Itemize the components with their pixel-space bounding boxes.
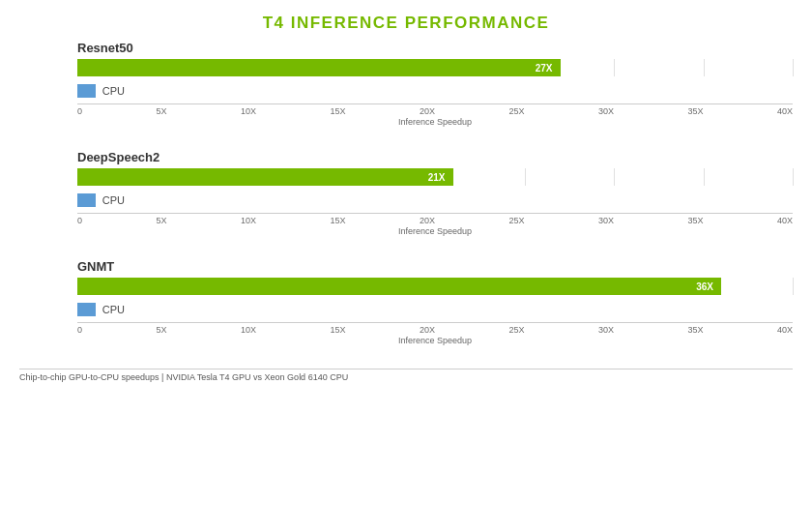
- axis-label: Inference Speedup: [77, 226, 793, 236]
- t4-value-label: 21X: [428, 172, 450, 183]
- cpu-bar-row: CPU: [77, 190, 793, 211]
- axis-tick: 0: [77, 216, 82, 225]
- axis-tick: 0: [77, 106, 82, 116]
- axis-tick: 10X: [241, 216, 256, 225]
- section-label-deepspeech2: DeepSpeech2: [19, 150, 793, 164]
- axis-label: Inference Speedup: [77, 336, 793, 345]
- axis-tick: 40X: [777, 216, 793, 225]
- t4-bar-row: T436X: [77, 276, 793, 297]
- t4-bar-row: T427X: [77, 57, 793, 78]
- t4-value-label: 36X: [696, 281, 717, 292]
- axis-tick: 15X: [330, 216, 345, 225]
- axis-tick: 30X: [598, 325, 614, 335]
- axis-tick: 5X: [156, 216, 166, 225]
- cpu-bar: [77, 84, 96, 98]
- axis: 05X10X15X20X25X30X35X40XInference Speedu…: [77, 322, 793, 345]
- t4-bar-row: T421X: [77, 166, 793, 188]
- cpu-bar: [77, 303, 96, 316]
- axis-tick: 0: [77, 325, 82, 335]
- chart-section-deepspeech2: DeepSpeech2T421XCPU05X10X15X20X25X30X35X…: [19, 150, 793, 253]
- axis-tick: 20X: [420, 216, 435, 225]
- axis-tick: 25X: [508, 106, 524, 116]
- footnote: Chip-to-chip GPU-to-CPU speedups | NVIDI…: [19, 369, 793, 382]
- axis: 05X10X15X20X25X30X35X40XInference Speedu…: [77, 213, 793, 236]
- t4-bar: 36X: [77, 278, 721, 295]
- axis-tick: 20X: [420, 106, 435, 116]
- axis-tick: 10X: [241, 325, 256, 335]
- axis-tick: 40X: [777, 106, 793, 116]
- cpu-bar-row: CPU: [77, 80, 793, 102]
- chart-section-gnmt: GNMTT436XCPU05X10X15X20X25X30X35X40XInfe…: [19, 259, 793, 363]
- axis-tick: 15X: [330, 325, 345, 335]
- section-label-gnmt: GNMT: [19, 259, 793, 274]
- axis-tick: 30X: [598, 106, 614, 116]
- axis-tick: 40X: [777, 325, 793, 335]
- axis-tick: 35X: [687, 216, 703, 225]
- axis: 05X10X15X20X25X30X35X40XInference Speedu…: [77, 103, 793, 127]
- axis-tick: 20X: [420, 325, 435, 335]
- cpu-bar: [77, 193, 96, 207]
- section-label-resnet50: Resnet50: [19, 41, 793, 55]
- axis-label: Inference Speedup: [77, 117, 793, 127]
- axis-tick: 10X: [241, 106, 256, 116]
- chart-section-resnet50: Resnet50T427XCPU05X10X15X20X25X30X35X40X…: [19, 41, 793, 144]
- t4-value-label: 27X: [536, 63, 557, 74]
- axis-tick: 25X: [508, 325, 524, 335]
- axis-tick: 5X: [156, 106, 166, 116]
- axis-tick: 15X: [330, 106, 345, 116]
- chart-title: T4 INFERENCE PERFORMANCE: [19, 14, 793, 33]
- t4-bar: 21X: [77, 168, 453, 186]
- axis-tick: 25X: [508, 216, 524, 225]
- axis-tick: 30X: [598, 216, 614, 225]
- axis-tick: 35X: [687, 325, 703, 335]
- axis-tick: 5X: [156, 325, 166, 335]
- t4-bar: 27X: [77, 59, 561, 76]
- axis-tick: 35X: [687, 106, 703, 116]
- cpu-bar-row: CPU: [77, 299, 793, 320]
